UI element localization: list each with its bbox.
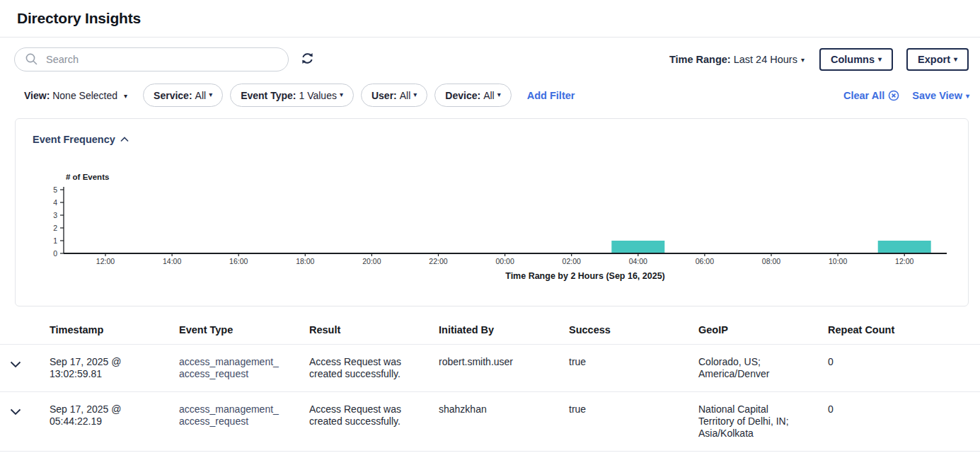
filter-pill-event-type[interactable]: Event Type: 1 Values▾ (230, 84, 354, 107)
filter-pill-label: User: (371, 90, 397, 101)
cell-geoip: National Capital Territory of Delhi, IN;… (698, 392, 828, 452)
filter-pill-label: Service: (154, 90, 192, 101)
filter-bar: View: None Selected▾ Service: All▾ Event… (0, 71, 980, 107)
columns-button-label: Columns (831, 54, 875, 65)
cell-repeat-count: 0 (828, 392, 980, 452)
chevron-up-icon (120, 137, 129, 142)
toolbar: Time Range: Last 24 Hours▾ Columns▾ Expo… (0, 38, 980, 71)
cell-event-type: access_management_ access_request (179, 392, 309, 452)
svg-text:3: 3 (53, 211, 57, 219)
column-header-timestamp: Timestamp (50, 316, 179, 345)
save-view-dropdown[interactable]: Save View▾ (912, 90, 969, 101)
chevron-down-icon: ▾ (966, 92, 969, 100)
page-title: Directory Insights (17, 10, 141, 27)
search-input[interactable] (14, 47, 289, 71)
filter-pill-service[interactable]: Service: All▾ (143, 84, 223, 107)
svg-text:06:00: 06:00 (696, 257, 714, 265)
svg-text:14:00: 14:00 (163, 257, 181, 265)
event-frequency-title: Event Frequency (33, 134, 115, 145)
chart-y-axis-label: # of Events (66, 173, 109, 181)
svg-text:00:00: 00:00 (495, 257, 514, 265)
svg-text:1: 1 (53, 236, 57, 245)
bar-04:00[interactable] (611, 241, 664, 253)
svg-text:4: 4 (53, 198, 57, 207)
export-button[interactable]: Export▾ (906, 48, 969, 71)
search-icon (25, 52, 38, 69)
save-view-label: Save View (912, 90, 962, 101)
event-frequency-panel: Event Frequency # of Events 01234512:001… (15, 118, 969, 306)
svg-text:16:00: 16:00 (229, 257, 248, 265)
clear-all-link[interactable]: Clear All (843, 90, 899, 101)
chart-x-axis-label: Time Range by 2 Hours (Sep 16, 2025) (505, 271, 665, 281)
svg-text:04:00: 04:00 (629, 257, 647, 265)
chevron-down-icon: ▾ (954, 55, 957, 63)
clear-all-label: Clear All (843, 90, 884, 101)
chevron-down-icon: ▾ (413, 91, 417, 98)
chevron-down-icon: ▾ (801, 56, 805, 64)
event-frequency-chart: 01234512:0014:0016:0018:0020:0022:0000:0… (16, 183, 968, 289)
cell-geoip: Colorado, US; America/Denver (698, 345, 828, 392)
chevron-down-icon: ▾ (878, 55, 882, 63)
svg-text:0: 0 (53, 249, 57, 258)
refresh-button[interactable] (298, 49, 317, 70)
chevron-down-icon: ▾ (124, 92, 127, 100)
cell-result: Access Request was created successfully. (309, 392, 439, 452)
svg-text:2: 2 (53, 224, 57, 232)
svg-text:22:00: 22:00 (429, 257, 447, 265)
cell-success: true (569, 392, 698, 452)
view-select-dropdown[interactable]: View: None Selected▾ (24, 90, 127, 101)
chevron-down-icon: ▾ (340, 91, 343, 98)
add-filter-link[interactable]: Add Filter (527, 90, 575, 101)
filter-pill-value: 1 Values (299, 90, 336, 101)
filter-pill-user[interactable]: User: All▾ (361, 84, 427, 107)
filter-pill-label: Event Type: (241, 90, 296, 101)
refresh-icon (301, 52, 314, 67)
cell-initiated-by: shahzkhan (439, 392, 569, 452)
chevron-down-icon: ▾ (497, 91, 501, 98)
bar-12:00[interactable] (878, 241, 931, 253)
time-range-dropdown[interactable]: Time Range: Last 24 Hours▾ (669, 54, 805, 65)
cell-repeat-count: 0 (828, 345, 980, 392)
time-range-label: Time Range: (669, 54, 731, 65)
svg-text:12:00: 12:00 (895, 257, 913, 265)
column-header-initiated-by: Initiated By (439, 316, 569, 345)
column-header-repeat-count: Repeat Count (828, 316, 980, 345)
cell-timestamp: Sep 17, 2025 @ 05:44:22.19 (50, 392, 179, 452)
search-wrap (14, 47, 289, 71)
export-button-label: Export (918, 54, 950, 65)
filter-pill-label: Device: (445, 90, 480, 101)
filter-pill-value: All (400, 90, 411, 101)
svg-text:02:00: 02:00 (563, 257, 581, 265)
time-range-value: Last 24 Hours (734, 54, 797, 65)
chevron-down-icon: ▾ (209, 91, 212, 98)
svg-text:12:00: 12:00 (96, 257, 115, 265)
svg-text:18:00: 18:00 (296, 257, 314, 265)
row-expand-chevron-icon[interactable] (10, 361, 21, 368)
cell-initiated-by: robert.smith.user (439, 345, 569, 392)
column-header-geoip: GeoIP (698, 316, 828, 345)
table-header-row: TimestampEvent TypeResultInitiated BySuc… (0, 316, 980, 345)
column-header-success: Success (569, 316, 698, 345)
filter-pill-value: All (195, 90, 207, 101)
toolbar-right: Time Range: Last 24 Hours▾ Columns▾ Expo… (669, 48, 969, 71)
table-row: Sep 17, 2025 @ 13:02:59.81access_managem… (0, 345, 980, 392)
svg-text:5: 5 (53, 185, 57, 194)
event-frequency-toggle[interactable]: Event Frequency (33, 134, 129, 145)
events-table: TimestampEvent TypeResultInitiated BySuc… (0, 316, 980, 452)
cell-result: Access Request was created successfully. (309, 345, 439, 392)
view-label: View: (24, 90, 50, 101)
filter-pill-device[interactable]: Device: All▾ (434, 84, 511, 107)
svg-text:08:00: 08:00 (762, 257, 780, 265)
table-row: Sep 17, 2025 @ 05:44:22.19access_managem… (0, 392, 980, 452)
column-header-event-type: Event Type (179, 316, 309, 345)
columns-button[interactable]: Columns▾ (819, 48, 893, 71)
row-expand-chevron-icon[interactable] (10, 408, 21, 415)
page-header: Directory Insights (0, 0, 980, 38)
column-header-result: Result (309, 316, 439, 345)
filter-pill-value: All (483, 90, 495, 101)
cell-success: true (569, 345, 698, 392)
cell-timestamp: Sep 17, 2025 @ 13:02:59.81 (50, 345, 179, 392)
svg-text:20:00: 20:00 (362, 257, 381, 265)
view-value: None Selected (52, 90, 117, 101)
filter-bar-right: Clear All Save View▾ (843, 90, 969, 101)
